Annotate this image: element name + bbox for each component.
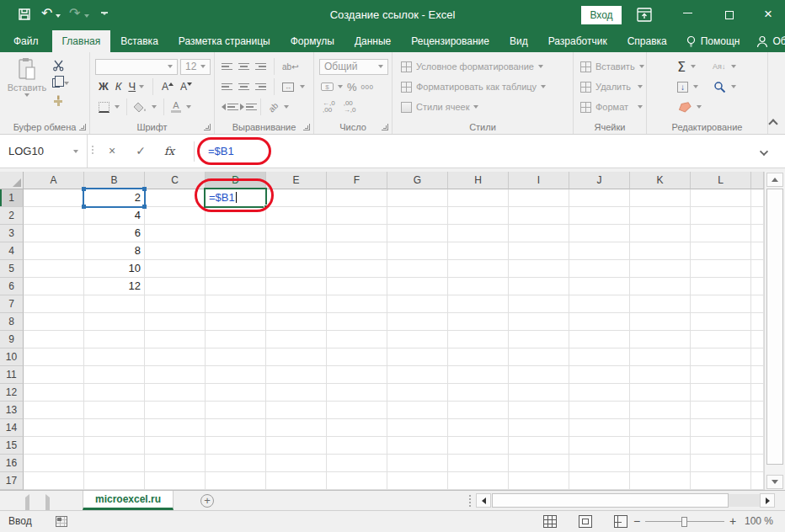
cell-A3[interactable] xyxy=(24,225,84,242)
cell-L16[interactable] xyxy=(691,455,751,472)
currency-format-icon[interactable]: $ xyxy=(321,82,334,91)
cell-J6[interactable] xyxy=(569,278,630,295)
row-header-17[interactable]: 17 xyxy=(0,472,24,490)
cell-C2[interactable] xyxy=(145,207,206,225)
cell-F14[interactable] xyxy=(327,419,387,437)
cell-I12[interactable] xyxy=(509,384,569,402)
cell-I10[interactable] xyxy=(509,348,569,366)
cell-C10[interactable] xyxy=(145,348,206,366)
column-header-J[interactable]: J xyxy=(569,172,630,189)
row-header-3[interactable]: 3 xyxy=(0,225,24,242)
row-header-7[interactable]: 7 xyxy=(0,295,24,313)
align-left-icon[interactable] xyxy=(222,83,232,91)
cell-B11[interactable] xyxy=(84,366,145,384)
column-header-G[interactable]: G xyxy=(387,172,448,189)
cell-D8[interactable] xyxy=(206,313,266,331)
cell-A11[interactable] xyxy=(24,366,84,384)
number-format-combo[interactable]: Общий xyxy=(319,59,388,75)
font-color-icon[interactable]: А xyxy=(171,101,181,113)
cell-A10[interactable] xyxy=(24,348,84,366)
cell-H12[interactable] xyxy=(448,384,509,402)
cell-G3[interactable] xyxy=(387,225,448,242)
cell-H5[interactable] xyxy=(448,260,509,278)
tab-1[interactable]: Вставка xyxy=(110,30,168,52)
cell-E16[interactable] xyxy=(266,455,327,472)
cell-L17[interactable] xyxy=(691,472,751,490)
cell-H6[interactable] xyxy=(448,278,509,295)
cell-J10[interactable] xyxy=(569,348,630,366)
cell-H17[interactable] xyxy=(448,472,509,490)
row-header-14[interactable]: 14 xyxy=(0,419,24,437)
cell-B7[interactable] xyxy=(84,295,145,313)
align-right-icon[interactable] xyxy=(255,83,266,91)
cell-A2[interactable] xyxy=(24,207,84,225)
cell-H7[interactable] xyxy=(448,295,509,313)
tab-home[interactable]: Главная xyxy=(52,30,111,52)
font-dialog-launcher-icon[interactable] xyxy=(204,124,211,130)
increase-decimal-icon[interactable]: ←,0 ,00 xyxy=(323,100,335,114)
cell-D15[interactable] xyxy=(206,437,266,455)
cell-C13[interactable] xyxy=(145,402,206,419)
cell-D12[interactable] xyxy=(206,384,266,402)
increase-indent-icon[interactable] xyxy=(240,104,253,111)
cell-D16[interactable] xyxy=(206,455,266,472)
clipboard-dialog-launcher-icon[interactable] xyxy=(79,124,86,130)
cell-I3[interactable] xyxy=(509,225,569,242)
insert-cells-button[interactable]: Вставить xyxy=(580,56,643,77)
cell-F7[interactable] xyxy=(327,295,387,313)
cell-G4[interactable] xyxy=(387,242,448,260)
cell-K9[interactable] xyxy=(630,331,691,348)
cell-F10[interactable] xyxy=(327,348,387,366)
cell-G8[interactable] xyxy=(387,313,448,331)
cell-C6[interactable] xyxy=(145,278,206,295)
cell-G7[interactable] xyxy=(387,295,448,313)
name-box-dropdown-icon[interactable] xyxy=(73,150,78,153)
scroll-left-icon[interactable] xyxy=(476,493,491,508)
row-header-11[interactable]: 11 xyxy=(0,366,24,384)
cell-E7[interactable] xyxy=(266,295,327,313)
delete-cells-button[interactable]: Удалить xyxy=(580,77,643,97)
cell-C14[interactable] xyxy=(145,419,206,437)
cell-G5[interactable] xyxy=(387,260,448,278)
column-header-A[interactable]: A xyxy=(24,172,84,189)
scroll-down-icon[interactable] xyxy=(766,475,783,489)
cell-E4[interactable] xyxy=(266,242,327,260)
fill-icon[interactable]: ↓ xyxy=(677,82,688,93)
cell-G15[interactable] xyxy=(387,437,448,455)
cell-K6[interactable] xyxy=(630,278,691,295)
cell-A7[interactable] xyxy=(24,295,84,313)
cell-B2[interactable]: 4 xyxy=(84,207,145,225)
cell-K16[interactable] xyxy=(630,455,691,472)
zoom-out-icon[interactable]: − xyxy=(633,514,640,528)
cell-F12[interactable] xyxy=(327,384,387,402)
cell-I9[interactable] xyxy=(509,331,569,348)
login-button[interactable]: Вход xyxy=(581,6,622,24)
column-header-H[interactable]: H xyxy=(448,172,509,189)
cell-L4[interactable] xyxy=(691,242,751,260)
cell-F8[interactable] xyxy=(327,313,387,331)
cell-H2[interactable] xyxy=(448,207,509,225)
merge-center-icon[interactable]: ↔ xyxy=(282,82,294,92)
cell-I6[interactable] xyxy=(509,278,569,295)
cell-I15[interactable] xyxy=(509,437,569,455)
tab-3[interactable]: Формулы xyxy=(280,30,344,52)
cell-styles-button[interactable]: Стили ячеек xyxy=(401,97,569,117)
underline-button[interactable]: Ч xyxy=(128,80,136,93)
cell-F13[interactable] xyxy=(327,402,387,419)
cell-A5[interactable] xyxy=(24,260,84,278)
minimize-button[interactable] xyxy=(670,0,704,30)
formula-bar-splitter[interactable] xyxy=(92,146,93,154)
align-bottom-icon[interactable] xyxy=(255,63,266,71)
cell-C12[interactable] xyxy=(145,384,206,402)
cell-I7[interactable] xyxy=(509,295,569,313)
cell-F6[interactable] xyxy=(327,278,387,295)
row-header-9[interactable]: 9 xyxy=(0,331,24,348)
cut-button[interactable] xyxy=(52,56,69,74)
column-header-K[interactable]: K xyxy=(630,172,691,189)
cell-E2[interactable] xyxy=(266,207,327,225)
cell-L13[interactable] xyxy=(691,402,751,419)
sheet-tab[interactable]: microexcel.ru xyxy=(83,491,174,510)
cell-L14[interactable] xyxy=(691,419,751,437)
row-header-1[interactable]: 1 xyxy=(0,189,24,207)
cell-A8[interactable] xyxy=(24,313,84,331)
